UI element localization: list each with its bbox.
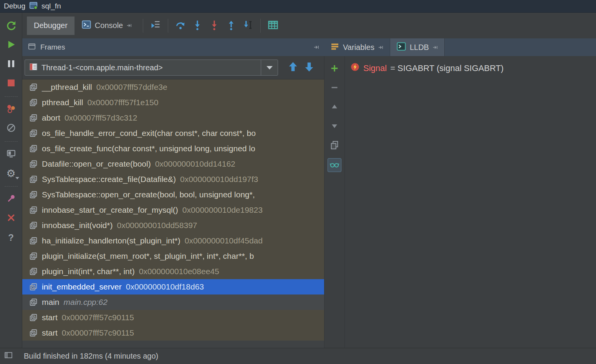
remove-watch-button[interactable] (328, 81, 341, 95)
variable-name: Signal (363, 63, 387, 73)
variable-row[interactable]: Signal = SIGABRT (signal SIGABRT) (350, 62, 596, 74)
frame-name: init_embedded_server (42, 282, 122, 291)
view-as-table-button[interactable] (265, 17, 281, 34)
frames-list: __pthread_kill 0x00007fff57ddfe3e pthrea… (22, 79, 324, 348)
frame-detail: 0x00007fff57d3c312 (65, 113, 137, 122)
pause-button[interactable] (4, 57, 18, 72)
frame-detail: main.cpp:62 (64, 298, 108, 307)
pause-icon (6, 59, 16, 70)
force-step-into-button[interactable] (206, 17, 223, 34)
frame-name: SysTablespace::create_file(Datafile&) (42, 175, 176, 184)
frame-detail: 0x000000010df45dad (185, 236, 263, 245)
frame-detail: 0x000000010dd197f3 (180, 175, 258, 184)
pin-icon (6, 194, 16, 205)
tab-console-label: Console (95, 21, 123, 30)
frame-name: Datafile::open_or_create(bool) (42, 159, 151, 169)
frame-name: os_file_handle_error_cond_exit(char cons… (42, 129, 256, 138)
stack-frame-icon (29, 98, 38, 107)
toolbar-separator (260, 19, 261, 33)
frame-name: abort (42, 113, 60, 122)
lldb-terminal-icon (396, 41, 406, 53)
toolwindow-toggle-icon[interactable] (4, 351, 13, 361)
step-into-button[interactable] (189, 17, 206, 34)
status-bar: Build finished in 182ms (4 minutes ago) (0, 348, 596, 364)
frame-name: innobase_start_or_create_for_mysql() (42, 205, 178, 215)
tab-debugger[interactable]: Debugger (27, 17, 74, 35)
stop-button[interactable] (4, 76, 18, 91)
frame-row[interactable]: pthread_kill 0x00007fff57f1e150 (22, 95, 324, 110)
toolbar-separator (168, 19, 168, 33)
frame-row[interactable]: start 0x00007fff57c90115 (22, 310, 324, 325)
frame-name: os_file_create_func(char const*, unsigne… (42, 144, 255, 153)
frame-row[interactable]: main main.cpp:62 (22, 295, 324, 310)
frame-row[interactable]: ha_initialize_handlerton(st_plugin_int*)… (22, 233, 324, 248)
tab-variables[interactable]: Variables (324, 38, 390, 56)
restore-layout-button[interactable] (4, 147, 18, 162)
next-frame-button[interactable] (301, 60, 317, 76)
toolbar-separator (5, 141, 18, 142)
frame-name: start (42, 313, 58, 322)
frame-row[interactable]: start 0x00007fff57c90115 (22, 325, 324, 341)
move-watch-up-button[interactable] (328, 101, 341, 114)
frame-name: innobase_init(void*) (42, 221, 113, 230)
frame-row[interactable]: plugin_initialize(st_mem_root*, st_plugi… (22, 248, 324, 264)
session-tab[interactable]: sql_fn (41, 2, 61, 10)
frame-row[interactable]: __pthread_kill 0x00007fff57ddfe3e (22, 79, 324, 95)
help-button[interactable]: ? (4, 230, 18, 245)
stack-frame-icon (29, 329, 38, 337)
frame-detail: 0x000000010df18d63 (126, 282, 204, 291)
step-out-button[interactable] (223, 17, 240, 34)
move-watch-down-button[interactable] (328, 120, 341, 134)
tab-console[interactable]: Console (74, 17, 139, 35)
thread-icon (29, 62, 38, 73)
settings-button[interactable]: ⚙ (4, 166, 18, 181)
stack-frame-icon (29, 221, 38, 230)
frame-row[interactable]: SysTablespace::open_or_create(bool, bool… (22, 187, 324, 202)
stack-frame-icon (29, 144, 38, 153)
frame-row[interactable]: os_file_handle_error_cond_exit(char cons… (22, 126, 324, 141)
frame-row[interactable]: init_embedded_server 0x000000010df18d63 (22, 279, 324, 295)
rerun-button[interactable] (4, 19, 18, 33)
step-over-button[interactable] (172, 17, 189, 34)
frames-panel-title: Frames (40, 43, 65, 51)
add-watch-button[interactable] (328, 62, 341, 76)
frame-row[interactable]: abort 0x00007fff57d3c312 (22, 110, 324, 126)
titlebar: Debug sql_fn (0, 0, 596, 13)
tab-lldb[interactable]: LLDB (390, 38, 445, 56)
frame-row[interactable]: innobase_init(void*) 0x000000010dd58397 (22, 218, 324, 233)
frame-row[interactable]: SysTablespace::create_file(Datafile&) 0x… (22, 172, 324, 187)
thread-selector[interactable]: Thread-1-<com.apple.main-thread> (25, 60, 278, 76)
tab-lldb-label: LLDB (410, 43, 429, 52)
stack-frame-icon (29, 114, 38, 122)
stack-frame-icon (29, 298, 38, 306)
frame-name: __pthread_kill (42, 83, 92, 92)
frame-name: plugin_init(int*, char**, int) (42, 267, 135, 276)
variables-panel: Signal = SIGABRT (signal SIGABRT) (345, 56, 596, 348)
mute-breakpoints-button[interactable] (4, 121, 18, 136)
previous-frame-button[interactable] (285, 60, 301, 76)
resume-button[interactable] (4, 38, 18, 53)
pin-tab-button[interactable] (4, 192, 18, 207)
show-execution-point-icon (150, 20, 161, 32)
frame-row[interactable]: innobase_start_or_create_for_mysql() 0x0… (22, 202, 324, 218)
view-breakpoints-button[interactable] (4, 102, 18, 117)
debug-session-icon (29, 2, 38, 11)
console-icon (81, 20, 91, 31)
triangle-up-icon (330, 103, 339, 113)
step-into-icon (192, 20, 203, 32)
show-watches-button[interactable] (328, 158, 341, 172)
frame-name: pthread_kill (42, 98, 83, 107)
frame-row[interactable]: Datafile::open_or_create(bool) 0x0000000… (22, 156, 324, 172)
hide-panel-arrow-icon[interactable] (313, 44, 320, 50)
close-icon (7, 213, 16, 224)
duplicate-watch-button[interactable] (328, 139, 341, 153)
show-execution-point-button[interactable] (147, 17, 164, 34)
close-button[interactable] (4, 211, 18, 226)
frame-row[interactable]: plugin_init(int*, char**, int) 0x0000000… (22, 264, 324, 279)
help-icon: ? (8, 232, 14, 243)
stack-frame-icon (29, 237, 38, 245)
run-to-cursor-button[interactable] (240, 17, 257, 34)
thread-dropdown-button[interactable] (261, 60, 278, 75)
stack-frame-icon (29, 160, 38, 168)
frame-row[interactable]: os_file_create_func(char const*, unsigne… (22, 141, 324, 156)
